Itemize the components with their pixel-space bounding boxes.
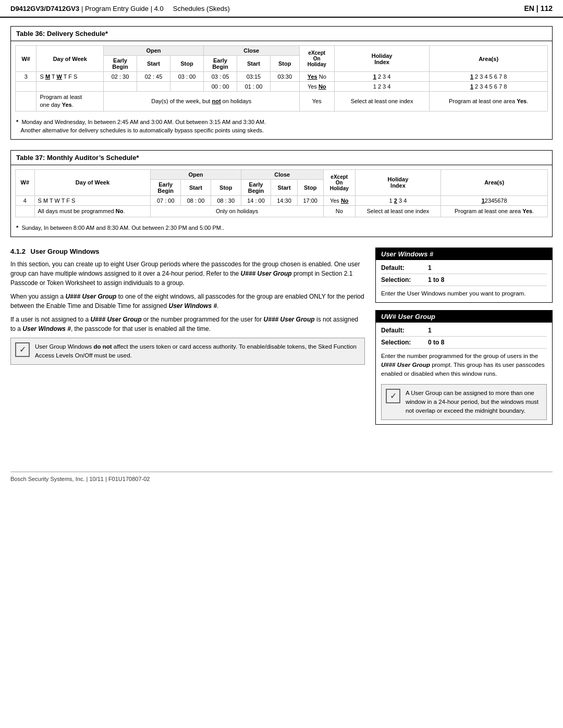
t36-r2-close-start: 01 : 00 — [237, 82, 270, 92]
t37-req-text4: Select at least one index — [355, 205, 441, 217]
t37-r1-open-early: 07 : 00 — [151, 195, 181, 205]
uw-user-group-title: UW# User Group — [376, 311, 552, 323]
t37-footnote1: * Sunday, In between 8:00 AM and 8:30 AM… — [16, 224, 547, 232]
user-windows-body: Default: 1 Selection: 1 to 8 Enter the U… — [376, 260, 552, 302]
t37-req-text3: No — [323, 205, 355, 217]
t37-r1-dow: S M T W T F S — [34, 195, 151, 205]
model-text: D9412GV3/D7412GV3 — [10, 5, 79, 13]
header-sep: | — [81, 5, 85, 13]
t36-r1-close-start: 03:15 — [237, 72, 270, 82]
uw-user-group-infobox-text: A User Group can be assigned to more tha… — [406, 389, 542, 416]
uw-user-group-default-value: 1 — [428, 327, 432, 334]
t36-r2-areas: 1 2 3 4 5 6 7 8 — [430, 82, 548, 92]
table-36-table: W# Day of Week Open Close eXceptOnHolida… — [15, 45, 548, 112]
t36-r1-close-stop: 03:30 — [270, 72, 299, 82]
col-open-early: EarlyBegin — [104, 56, 137, 72]
col-dayofweek: Day of Week — [36, 46, 104, 72]
table-36-row2: 00 : 00 01 : 00 Yes No 1 2 3 4 1 2 3 4 5… — [16, 82, 548, 92]
col-close-stop: Stop — [270, 56, 299, 72]
table-36-req-row: Program at leastone day Yes. Day(s) of t… — [16, 92, 548, 112]
t36-footnote2: Another alternative for delivery schedul… — [16, 126, 547, 135]
t37-req-text2: Only on holidays — [151, 205, 323, 217]
t37-req-text1: All days must be programmed No. — [34, 205, 151, 217]
table-37-wrap: W# Day of Week Open Close eXceptOnHolida… — [11, 165, 552, 221]
t37-col-open-header: Open — [151, 169, 241, 179]
t36-r1-open-stop: 03 : 00 — [170, 72, 203, 82]
user-windows-default-row: Default: 1 — [381, 264, 547, 274]
t36-req-text5: Program at least one area Yes. — [430, 92, 548, 112]
uw-user-group-box: UW# User Group Default: 1 Selection: 0 t… — [375, 310, 553, 425]
section-text: Schedules (Skeds) — [173, 5, 230, 13]
col-close-header: Close — [203, 46, 299, 56]
t36-r2-close-stop — [270, 82, 299, 92]
two-col-section: 4.1.2 User Group Windows In this section… — [10, 248, 553, 433]
t37-col-holiday-index: HolidayIndex — [355, 169, 441, 195]
t36-req-text1: Program at leastone day Yes. — [36, 92, 104, 112]
uw-user-group-selection-row: Selection: 0 to 8 — [381, 339, 547, 349]
table-37: Table 37: Monthly Auditor’s Schedule* W#… — [10, 150, 553, 237]
t36-footnote1: * Monday and Wednesday, In between 2:45 … — [16, 118, 547, 127]
table-37-table: W# Day of Week Open Close eXceptOnHolida… — [15, 169, 548, 217]
table-37-req-row: All days must be programmed No. Only on … — [16, 205, 548, 217]
t37-col-close-stop: Stop — [297, 179, 323, 195]
t36-r1-w: 3 — [16, 72, 36, 82]
t36-r2-dow — [36, 82, 104, 92]
t36-r2-hol: 1 2 3 4 — [334, 82, 429, 92]
t36-r1-areas: 1 2 3 4 5 6 7 8 — [430, 72, 548, 82]
user-windows-default-value: 1 — [428, 264, 432, 272]
table-36-title: Table 36: Delivery Schedule* — [11, 27, 552, 41]
section-412-para1: In this section, you can create up to ei… — [10, 260, 365, 288]
table-36-header-row1: W# Day of Week Open Close eXceptOnHolida… — [16, 46, 548, 56]
t37-col-areas: Area(s) — [441, 169, 548, 195]
t36-r1-except: Yes No — [299, 72, 334, 82]
col-areas: Area(s) — [430, 46, 548, 72]
t37-col-close-early: EarlyBegin — [241, 179, 271, 195]
t37-col-close-header: Close — [241, 169, 323, 179]
t36-req-text4: Select at least one index — [334, 92, 429, 112]
header-sep2: | — [151, 5, 154, 13]
col-open-stop: Stop — [170, 56, 203, 72]
left-column: 4.1.2 User Group Windows In this section… — [10, 248, 365, 433]
t37-req-empty — [16, 205, 35, 217]
t36-r2-w — [16, 82, 36, 92]
t36-req-text2: Day(s) of the week, but not on holidays — [104, 92, 300, 112]
col-close-early: EarlyBegin — [203, 56, 237, 72]
t37-col-wnum: W# — [16, 169, 35, 195]
version-text: 4.0 — [154, 5, 164, 13]
t37-r1-except: Yes No — [323, 195, 355, 205]
lang-text: EN — [524, 4, 534, 13]
header-pipe: | — [536, 4, 541, 13]
t37-r1-w: 4 — [16, 195, 35, 205]
t37-r1-hol: 1 2 3 4 — [355, 195, 441, 205]
t36-r2-open-early — [104, 82, 137, 92]
t36-r1-dow: S M T W T F S — [36, 72, 104, 82]
info-icon-right: ✓ — [386, 389, 400, 403]
user-windows-selection-value: 1 to 8 — [428, 276, 444, 283]
section-412-para3: If a user is not assigned to a U### User… — [10, 315, 365, 334]
header-left: D9412GV3/D7412GV3 | Program Entry Guide … — [10, 5, 230, 13]
col-open-header: Open — [104, 46, 204, 56]
t36-req-text3: Yes — [299, 92, 334, 112]
t37-col-open-early: EarlyBegin — [151, 179, 181, 195]
table-37-footnote: * Sunday, In between 8:00 AM and 8:30 AM… — [11, 221, 552, 237]
user-windows-selection-label: Selection: — [381, 276, 423, 283]
t36-r2-open-stop — [170, 82, 203, 92]
col-holiday-index: HolidayIndex — [334, 46, 429, 72]
col-wnum: W# — [16, 46, 36, 72]
main-content: Table 36: Delivery Schedule* W# Day of W… — [0, 18, 563, 440]
col-except: eXceptOnHoliday — [299, 46, 334, 72]
uw-user-group-selection-label: Selection: — [381, 339, 423, 346]
t37-col-close-start: Start — [271, 179, 297, 195]
t36-req-empty — [16, 92, 36, 112]
section-412-title: User Group Windows — [31, 248, 100, 255]
t37-col-open-stop: Stop — [211, 179, 241, 195]
t36-r2-except: Yes No — [299, 82, 334, 92]
section-412-num: 4.1.2 — [10, 248, 26, 255]
t37-r1-close-stop: 17:00 — [297, 195, 323, 205]
table-37-title: Table 37: Monthly Auditor’s Schedule* — [11, 151, 552, 165]
user-windows-desc: Enter the User Windows number you want t… — [381, 289, 547, 298]
info-icon-left: ✓ — [15, 342, 30, 357]
col-close-start: Start — [237, 56, 270, 72]
header-right: EN | 112 — [524, 4, 553, 13]
uw-user-group-default-row: Default: 1 — [381, 327, 547, 337]
